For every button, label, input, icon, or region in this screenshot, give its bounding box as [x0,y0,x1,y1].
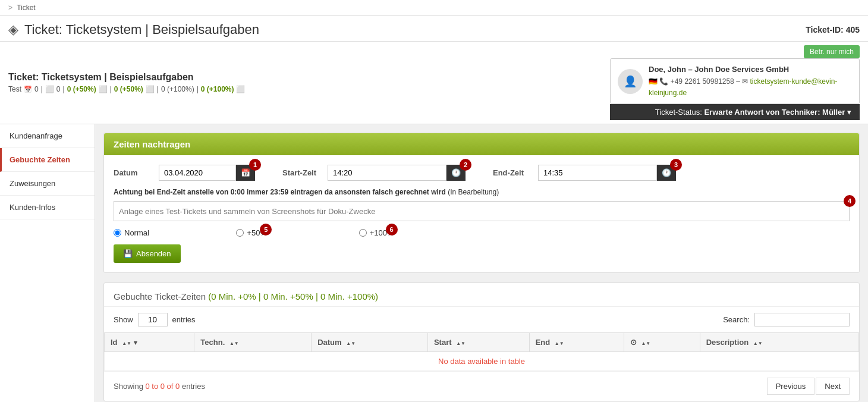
col-end[interactable]: End ▲▼ [529,333,624,352]
radio-50-input[interactable] [236,229,244,237]
sidebar-item-zuweisungen[interactable]: Zuweisungen [0,172,95,196]
radio-normal-input[interactable] [114,229,121,237]
stat3: 0 (+50%) [67,85,96,93]
showing-suffix: entries [180,382,205,391]
showing-prefix: Showing [114,382,145,391]
stat2-icon: ⬜ [45,85,54,93]
stat3-icon: ⬜ [99,85,108,93]
sidebar-label-kundenanfrage: Kundenanfrage [10,131,62,140]
badge-3: 3 [670,159,682,171]
description-wrapper: 4 [114,201,850,221]
table-title-prefix: Gebuchte Ticket-Zeiten [114,291,206,302]
end-zeit-input-group: 🕐 3 [538,165,676,181]
status-bar: Ticket-Status: Erwarte Antwort von Techn… [610,104,860,120]
sort-techn[interactable]: ▲▼ [229,341,239,346]
sidebar-item-gebuchte-zeiten[interactable]: Gebuchte Zeiten [0,148,95,172]
content-area: Zeiten nachtragen Datum 📅 1 Start-Zeit [95,124,868,402]
col-circle[interactable]: ⊙ ▲▼ [624,333,700,352]
stat4-icon: ⬜ [146,85,155,93]
sort-end[interactable]: ▲▼ [555,341,564,346]
col-start-label: Start [434,338,452,347]
datum-calendar-btn[interactable]: 📅 1 [236,165,255,181]
radio-normal-label: Normal [124,228,149,237]
sub-title: Ticket: Ticketsystem | Beispielsaufgaben [8,72,245,83]
end-zeit-clock-btn[interactable]: 🕐 3 [657,165,676,181]
ticket-id-badge: Ticket-ID: 405 [806,25,860,34]
next-button[interactable]: Next [816,378,850,395]
description-input[interactable] [114,201,850,221]
form-date-time-row: Datum 📅 1 Start-Zeit 🕐 2 [114,165,850,181]
no-data-cell: No data available in table [105,352,859,371]
col-datum-label: Datum [317,338,341,347]
show-input[interactable] [138,313,168,326]
sub-header-left: Ticket: Ticketsystem | Beispielsaufgaben… [8,72,245,93]
table-row-nodata: No data available in table [105,352,859,371]
show-entries: Show entries [114,313,196,326]
sort-start[interactable]: ▲▼ [456,341,466,346]
end-zeit-input[interactable] [538,165,657,181]
data-table: Id ▲▼ ▾ Techn. ▲▼ Datum ▲▼ [104,332,859,371]
sidebar-label-gebuchte-zeiten: Gebuchte Zeiten [10,155,70,164]
col-description-label: Description [706,338,749,347]
datum-input[interactable] [159,165,236,181]
gebuchte-zeiten-card: Gebuchte Ticket-Zeiten (0 Min. +0% | 0 M… [103,282,860,401]
stat6-icon: ⬜ [236,85,245,93]
col-id-label: Id [111,338,118,347]
col-start[interactable]: Start ▲▼ [427,333,529,352]
stat4: 0 (+50%) [114,85,143,93]
sidebar-label-zuweisungen: Zuweisungen [10,179,55,188]
start-zeit-input[interactable] [328,165,446,181]
search-label: Search: [723,315,750,324]
badge-6: 6 [386,224,398,235]
breadcrumb-ticket[interactable]: Ticket [17,4,36,12]
betr-button[interactable]: Betr. nur mich [804,45,860,58]
main-layout: Kundenanfrage Gebuchte Zeiten Zuweisunge… [0,124,868,402]
page-title: Ticket: Ticketsystem | Beispielsaufgaben [24,22,259,37]
sidebar-item-kundenanfrage[interactable]: Kundenanfrage [0,124,95,148]
badge-2: 2 [460,159,471,171]
col-techn-label: Techn. [200,338,225,347]
customer-phone: +49 2261 50981258 [671,77,734,86]
search-input[interactable] [754,313,850,326]
showing-highlight: 0 to 0 of 0 [145,382,180,391]
table-header: Id ▲▼ ▾ Techn. ▲▼ Datum ▲▼ [105,333,859,352]
show-label: Show [114,315,133,324]
warning-strong: Achtung bei End-Zeit anstelle von 0:00 i… [114,188,446,196]
col-techn[interactable]: Techn. ▲▼ [194,333,312,352]
col-id-dropdown[interactable]: ▾ [134,339,137,346]
col-description[interactable]: Description ▲▼ [700,333,858,352]
table-controls: Show entries Search: [104,307,859,332]
start-zeit-clock-btn[interactable]: 🕐 2 [446,165,466,181]
sort-id[interactable]: ▲▼ [122,341,131,346]
search-area: Search: [723,313,850,326]
showing-text: Showing 0 to 0 of 0 entries [114,382,205,391]
table-title: Gebuchte Ticket-Zeiten (0 Min. +0% | 0 M… [104,283,859,307]
pagination-row: Showing 0 to 0 of 0 entries Previous Nex… [104,371,859,401]
submit-button[interactable]: 💾 Absenden [114,244,181,263]
status-text: Erwarte Antwort von Techniker: Müller [704,108,845,117]
entries-label: entries [172,315,196,324]
radio-100-input[interactable] [359,229,367,237]
sub-header: Ticket: Ticketsystem | Beispielsaufgaben… [0,42,868,124]
col-datum[interactable]: Datum ▲▼ [312,333,428,352]
end-zeit-label: End-Zeit [493,168,529,177]
previous-button[interactable]: Previous [767,378,815,395]
sidebar-item-kunden-infos[interactable]: Kunden-Infos [0,196,95,219]
customer-contact: 🇩🇪 📞 +49 2261 50981258 – ✉ ticketsystem-… [649,76,852,99]
page-title-bar: ◈ Ticket: Ticketsystem | Beispielsaufgab… [0,16,868,42]
radio-row: Normal +50% 5 +100% 6 [114,228,850,237]
submit-row: 💾 Absenden [114,244,850,263]
badge-1: 1 [249,159,261,171]
status-dropdown-icon[interactable]: ▾ [847,108,851,117]
start-zeit-input-group: 🕐 2 [328,165,466,181]
section-title-zeiten: Zeiten nachtragen [114,139,190,149]
diamond-icon: ◈ [8,22,18,37]
warning-text: Achtung bei End-Zeit anstelle von 0:00 i… [114,188,850,196]
sort-circle[interactable]: ▲▼ [641,341,650,346]
radio-100: +100% 6 [359,228,482,237]
col-id[interactable]: Id ▲▼ ▾ [105,333,194,352]
sort-description[interactable]: ▲▼ [753,341,763,346]
table-title-stats: (0 Min. +0% | 0 Min. +50% | 0 Min. +100%… [208,291,378,302]
sidebar: Kundenanfrage Gebuchte Zeiten Zuweisunge… [0,124,95,402]
sort-datum[interactable]: ▲▼ [346,341,356,346]
